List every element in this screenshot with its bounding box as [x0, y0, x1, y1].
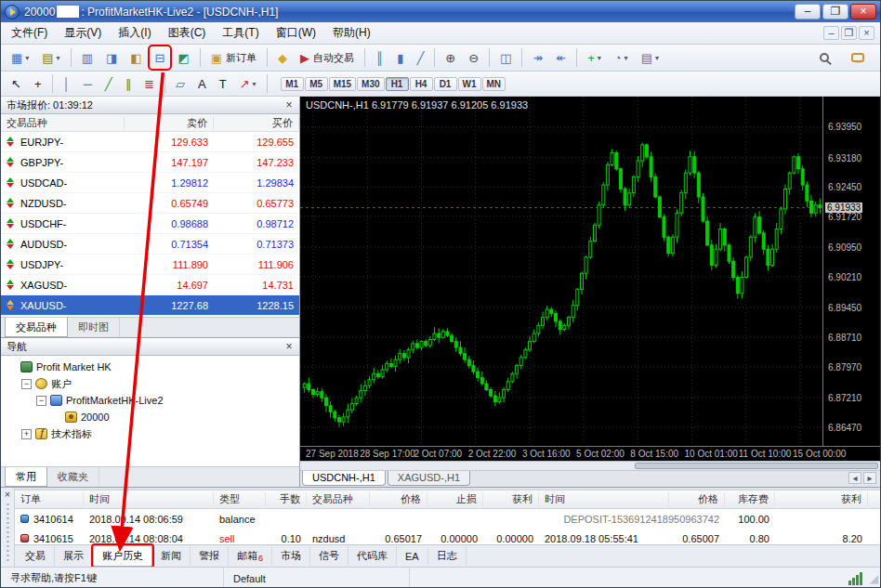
column-header[interactable]: 订单 [15, 492, 84, 506]
panel-grip[interactable] [7, 503, 9, 563]
templates-button[interactable]: ▤▾ [636, 46, 664, 69]
column-header[interactable]: 库存费 [725, 492, 775, 506]
new-chart-button[interactable]: ▦▾ [6, 46, 34, 69]
market-watch-row[interactable]: XAUUSD-1227.681228.15 [1, 295, 299, 316]
market-watch-row[interactable]: AUDUSD-0.713540.71373 [1, 234, 299, 255]
timeframe-m15[interactable]: M15 [329, 77, 356, 91]
chart-usdcnh-h1[interactable]: USDCNH-,H1 6.91779 6.91937 6.91205 6.919… [300, 97, 880, 461]
mdi-minimize-button[interactable]: – [823, 26, 839, 40]
market-watch-row[interactable]: XAGUSD-14.69714.731 [1, 275, 299, 295]
status-profile[interactable]: Default [224, 568, 410, 588]
terminal-tab-alerts[interactable]: 警报 [191, 546, 229, 566]
new-order-button[interactable]: ▣新订单 [205, 46, 262, 69]
column-header[interactable]: 止损 [427, 492, 483, 506]
market-watch-tab-symbols[interactable]: 交易品种 [5, 318, 68, 337]
timeframe-h4[interactable]: H4 [410, 77, 433, 91]
timeframe-m1[interactable]: M1 [281, 77, 304, 91]
profiles-button[interactable]: ▤▾ [36, 46, 65, 69]
tile-windows-button[interactable]: ◫ [494, 46, 517, 69]
timeframe-h1[interactable]: H1 [386, 77, 409, 91]
expand-icon[interactable]: + [21, 429, 32, 439]
close-button[interactable]: × [850, 4, 876, 20]
menu-charts[interactable]: 图表(C) [160, 22, 215, 44]
zoom-out-button[interactable]: ⊖ [463, 46, 484, 69]
vline-button[interactable]: │ [58, 72, 76, 95]
market-watch-row[interactable]: USDCAD-1.298121.29834 [1, 173, 299, 193]
bar-chart-button[interactable]: ║ [370, 46, 389, 69]
menu-tools[interactable]: 工具(T) [214, 22, 267, 44]
column-header[interactable]: 获利 [775, 492, 868, 506]
chat-button[interactable] [846, 46, 870, 69]
collapse-icon[interactable]: − [21, 379, 32, 389]
market-watch-button[interactable]: ▥ [76, 46, 99, 69]
terminal-tab-market[interactable]: 市场 [272, 546, 310, 566]
text-button[interactable]: A [192, 72, 212, 95]
terminal-tab-ea[interactable]: EA [397, 548, 428, 565]
restore-button[interactable]: ❐ [822, 4, 848, 20]
scrollbar-thumb[interactable] [635, 463, 878, 469]
search-button[interactable] [814, 46, 835, 69]
terminal-tab-news[interactable]: 新闻 [152, 546, 191, 566]
zoom-in-button[interactable]: ⊕ [440, 46, 461, 69]
column-header[interactable]: 卖价 [125, 116, 214, 130]
column-header[interactable]: 交易品种 [307, 492, 370, 506]
menu-help[interactable]: 帮助(H) [324, 22, 379, 44]
menu-insert[interactable]: 插入(I) [110, 22, 159, 44]
terminal-tab-trade[interactable]: 交易 [17, 546, 55, 566]
cursor-button[interactable]: ↖ [6, 72, 27, 95]
column-header[interactable]: 价格 [669, 492, 725, 506]
fibonacci-button[interactable]: ≣ [138, 72, 160, 95]
column-header[interactable]: 获利 [483, 492, 539, 506]
terminal-tab-code-base[interactable]: 代码库 [348, 546, 397, 566]
navigator-tab-common[interactable]: 常用 [5, 467, 47, 487]
navigator-tab-favorites[interactable]: 收藏夹 [47, 467, 99, 487]
candle-chart-button[interactable]: ▮ [391, 46, 409, 69]
indicators-button[interactable]: +▾ [582, 46, 607, 69]
column-header[interactable]: 类型 [214, 492, 266, 506]
column-header[interactable]: 时间 [539, 492, 669, 506]
market-watch-row[interactable]: USDCHF-0.986880.98712 [1, 214, 299, 234]
arrows-tool-button[interactable]: ↗▾ [234, 72, 262, 95]
auto-scroll-button[interactable]: ↠ [527, 46, 548, 69]
market-watch-tab-tick-chart[interactable]: 即时图 [68, 318, 120, 337]
periods-button[interactable]: ◔▾ [609, 46, 634, 69]
title-bar[interactable]: 20000: ProfitMarketHK-Live2 - [USDCNH-,H… [1, 1, 880, 22]
history-row[interactable]: 34106152018.09.14 08:08:04sell0.10nzdusd… [15, 529, 880, 544]
menu-view[interactable]: 显示(V) [56, 22, 110, 44]
metaeditor-button[interactable]: ◆ [272, 46, 293, 69]
trendline-button[interactable]: ╱ [99, 72, 118, 95]
terminal-tab-mailbox[interactable]: 邮箱6 [229, 546, 272, 566]
terminal-button[interactable]: ⊟ [150, 46, 171, 69]
resize-grip[interactable]: ◢ [870, 572, 878, 585]
tab-scroll-right-icon[interactable]: ▸ [863, 472, 876, 484]
tab-scroll-left-icon[interactable]: ◂ [848, 472, 861, 484]
chart-tab-xagusd-h1[interactable]: XAGUSD-,H1 [388, 471, 470, 486]
chart-scrollbar[interactable] [300, 461, 880, 470]
autotrading-button[interactable]: ▶自动交易 [295, 46, 360, 69]
line-chart-button[interactable]: ╱ [411, 46, 429, 69]
shapes-button[interactable]: ▱ [170, 72, 191, 95]
column-header[interactable]: 买价 [214, 116, 299, 130]
terminal-tab-signals[interactable]: 信号 [310, 546, 348, 566]
timeframe-m5[interactable]: M5 [305, 77, 328, 91]
data-window-button[interactable]: ◨ [100, 46, 123, 69]
strategy-tester-button[interactable]: ◩ [172, 46, 194, 69]
chart-shift-button[interactable]: ↞ [550, 46, 572, 69]
tree-item[interactable]: Profit Market HK [1, 359, 299, 375]
market-watch-close-icon[interactable]: × [283, 98, 296, 111]
terminal-tab-journal[interactable]: 日志 [428, 546, 467, 566]
navigator-close-icon[interactable]: × [283, 340, 296, 353]
timeframe-m30[interactable]: M30 [357, 77, 384, 91]
channel-button[interactable]: ∥ [120, 72, 138, 95]
text-label-button[interactable]: T [214, 72, 232, 95]
hline-button[interactable]: ─ [78, 72, 98, 95]
timeframe-mn[interactable]: MN [482, 77, 506, 91]
terminal-close-icon[interactable]: × [5, 490, 10, 500]
column-header[interactable]: 交易品种 [1, 116, 125, 130]
timeframe-w1[interactable]: W1 [458, 77, 481, 91]
chart-tab-usdcnh-h1[interactable]: USDCNH-,H1 [302, 471, 386, 486]
market-watch-row[interactable]: NZDUSD-0.657490.65773 [1, 193, 299, 214]
market-watch-row[interactable]: EURJPY-129.633129.655 [1, 132, 299, 152]
market-watch-row[interactable]: GBPJPY-147.197147.233 [1, 152, 299, 173]
market-watch-row[interactable]: USDJPY-111.890111.906 [1, 255, 299, 275]
